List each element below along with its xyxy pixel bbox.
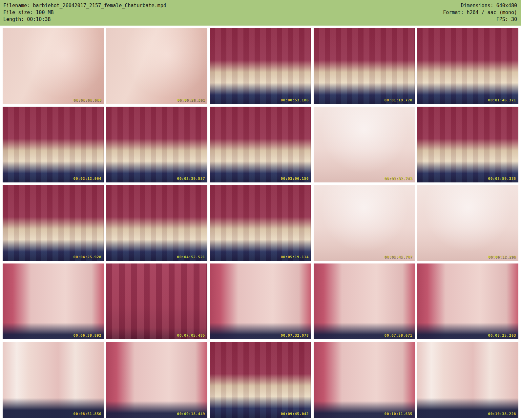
fps-text: FPS: 30 xyxy=(443,16,517,23)
timestamp-overlay: 00:01:46.371 xyxy=(488,98,516,102)
timestamp-overlay: 00:02:12.964 xyxy=(73,177,101,181)
timestamp-overlay: 00:09:18.449 xyxy=(177,412,205,416)
thumbnail-cell: 00:01:46.371 xyxy=(417,28,518,104)
metadata-header: Filename: barbiehot_26042017_2157_female… xyxy=(0,0,521,26)
thumbnail-cell: 00:00:00.000 xyxy=(3,28,104,104)
thumbnail-cell: 00:05:19.114 xyxy=(210,185,311,261)
thumbnail-cell: 00:09:45.042 xyxy=(210,342,311,418)
timestamp-overlay: 00:10:38.228 xyxy=(488,412,516,416)
timestamp-overlay: 00:00:53.186 xyxy=(281,98,309,102)
thumbnail-cell: 00:08:51.856 xyxy=(3,342,104,418)
thumbnail-cell: 00:02:39.557 xyxy=(106,107,207,182)
timestamp-overlay: 00:07:58.671 xyxy=(385,333,412,338)
filename-text: Filename: barbiehot_26042017_2157_female… xyxy=(3,2,166,9)
thumbnail-cell: 00:01:19.778 xyxy=(314,28,415,104)
metadata-right-column: Dimensions: 640x480 Format: h264 / aac (… xyxy=(443,2,517,26)
timestamp-overlay: 00:01:19.778 xyxy=(385,98,412,102)
thumbnail-cell: 00:04:52.521 xyxy=(106,185,207,261)
thumbnail-cell: 00:03:06.150 xyxy=(210,107,311,182)
timestamp-overlay: 00:03:32.743 xyxy=(385,177,412,181)
timestamp-overlay: 00:09:45.042 xyxy=(281,412,309,416)
timestamp-overlay: 00:00:00.000 xyxy=(73,98,101,102)
thumbnail-cell: 00:09:18.449 xyxy=(106,342,207,418)
thumbnail-cell: 00:07:05.485 xyxy=(106,263,207,339)
timestamp-overlay: 00:03:59.335 xyxy=(488,177,516,181)
thumbnail-cell: 00:00:26.593 xyxy=(106,28,207,104)
thumbnail-cell: 00:06:12.299 xyxy=(417,185,518,261)
thumbnail-cell: 00:07:32.078 xyxy=(210,263,311,339)
thumbnail-grid: 00:00:00.00000:00:26.59300:00:53.18600:0… xyxy=(0,26,521,420)
timestamp-overlay: 00:10:11.635 xyxy=(385,412,412,416)
thumbnail-cell: 00:03:59.335 xyxy=(417,107,518,182)
thumbnail-cell: 00:05:45.707 xyxy=(314,185,415,261)
thumbnail-cell: 00:02:12.964 xyxy=(3,107,104,182)
timestamp-overlay: 00:08:25.263 xyxy=(488,333,516,338)
thumbnail-cell: 00:06:38.892 xyxy=(3,263,104,339)
thumbnail-cell: 00:04:25.928 xyxy=(3,185,104,261)
thumbnail-cell: 00:03:32.743 xyxy=(314,107,415,182)
length-text: Length: 00:10:38 xyxy=(3,16,166,23)
format-text: Format: h264 / aac (mono) xyxy=(443,9,517,16)
thumbnail-cell: 00:08:25.263 xyxy=(417,263,518,339)
timestamp-overlay: 00:07:32.078 xyxy=(281,333,309,338)
timestamp-overlay: 00:04:25.928 xyxy=(73,255,101,259)
timestamp-overlay: 00:02:39.557 xyxy=(177,177,205,181)
timestamp-overlay: 00:04:52.521 xyxy=(177,255,205,259)
timestamp-overlay: 00:00:26.593 xyxy=(177,98,205,102)
timestamp-overlay: 00:06:12.299 xyxy=(488,255,516,259)
thumbnail-cell: 00:07:58.671 xyxy=(314,263,415,339)
metadata-left-column: Filename: barbiehot_26042017_2157_female… xyxy=(3,2,166,26)
thumbnail-cell: 00:00:53.186 xyxy=(210,28,311,104)
timestamp-overlay: 00:03:06.150 xyxy=(281,177,309,181)
timestamp-overlay: 00:06:38.892 xyxy=(73,333,101,338)
timestamp-overlay: 00:07:05.485 xyxy=(177,333,205,338)
thumbnail-cell: 00:10:38.228 xyxy=(417,342,518,418)
timestamp-overlay: 00:08:51.856 xyxy=(73,412,101,416)
thumbnail-cell: 00:10:11.635 xyxy=(314,342,415,418)
dimensions-text: Dimensions: 640x480 xyxy=(443,2,517,9)
timestamp-overlay: 00:05:19.114 xyxy=(281,255,309,259)
timestamp-overlay: 00:05:45.707 xyxy=(385,255,412,259)
file-size-text: File size: 100 MB xyxy=(3,9,166,16)
